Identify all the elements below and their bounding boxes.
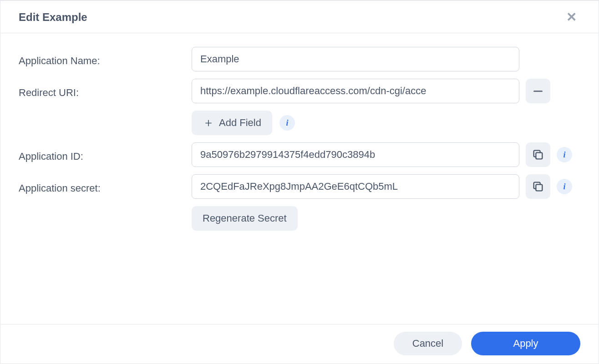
- copy-application-id-button[interactable]: [526, 142, 550, 167]
- apply-button[interactable]: Apply: [471, 332, 580, 355]
- row-application-secret: Application secret: i: [19, 174, 580, 199]
- svg-rect-1: [536, 184, 542, 191]
- plus-icon: ＋: [203, 116, 214, 128]
- application-secret-info-button[interactable]: i: [557, 179, 572, 194]
- label-application-name: Application Name:: [19, 51, 192, 67]
- label-application-secret: Application secret:: [19, 179, 192, 194]
- add-field-button[interactable]: ＋ Add Field: [192, 111, 272, 135]
- row-application-name: Application Name:: [19, 47, 580, 71]
- row-regenerate-secret: Regenerate Secret: [192, 206, 580, 231]
- dialog-header: Edit Example ✕: [0, 1, 599, 33]
- minus-icon: [533, 91, 543, 92]
- regenerate-secret-button[interactable]: Regenerate Secret: [192, 206, 298, 231]
- label-redirect-uri: Redirect URI:: [19, 83, 192, 99]
- copy-icon: [532, 148, 544, 161]
- add-field-label: Add Field: [219, 117, 261, 129]
- redirect-uri-input[interactable]: [192, 79, 519, 103]
- row-redirect-uri: Redirect URI:: [19, 79, 580, 103]
- dialog-body: Application Name: Redirect URI: ＋ Add Fi…: [0, 33, 599, 324]
- copy-application-secret-button[interactable]: [526, 174, 550, 199]
- edit-dialog: Edit Example ✕ Application Name: Redirec…: [0, 0, 599, 364]
- remove-redirect-uri-button[interactable]: [526, 79, 550, 103]
- regenerate-secret-label: Regenerate Secret: [203, 212, 287, 224]
- application-id-info-button[interactable]: i: [557, 147, 572, 162]
- svg-rect-0: [536, 152, 542, 159]
- info-icon: i: [286, 118, 288, 128]
- info-icon: i: [563, 150, 565, 160]
- dialog-footer: Cancel Apply: [0, 324, 599, 364]
- close-button[interactable]: ✕: [563, 9, 580, 25]
- application-id-input[interactable]: [192, 142, 519, 167]
- cancel-button[interactable]: Cancel: [394, 332, 462, 355]
- label-application-id: Application ID:: [19, 147, 192, 162]
- dialog-title: Edit Example: [19, 11, 87, 24]
- row-application-id: Application ID: i: [19, 142, 580, 167]
- row-add-field: ＋ Add Field i: [192, 111, 580, 135]
- application-name-input[interactable]: [192, 47, 519, 71]
- info-icon: i: [563, 182, 565, 192]
- copy-icon: [532, 180, 544, 193]
- application-secret-input[interactable]: [192, 174, 519, 199]
- add-field-info-button[interactable]: i: [279, 115, 295, 131]
